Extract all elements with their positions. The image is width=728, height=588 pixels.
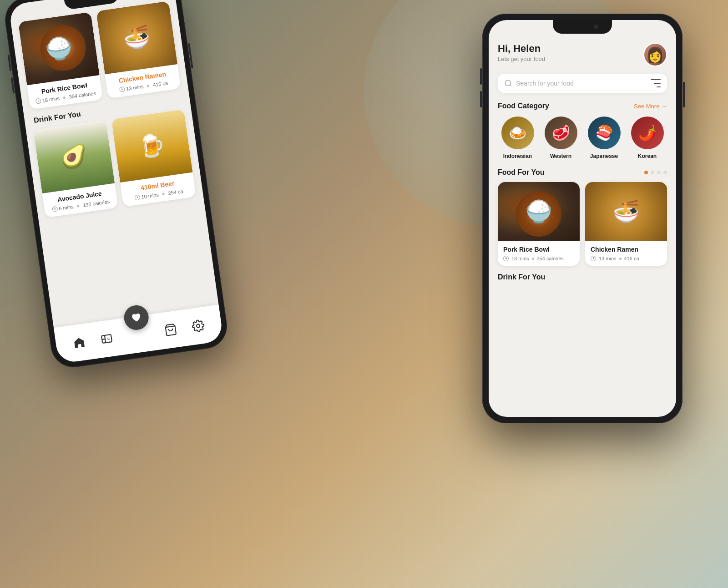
clock-icon-beer: [134, 194, 141, 201]
svg-line-4: [165, 326, 175, 327]
dot-3: [657, 171, 661, 174]
left-screen-content: Pork Rice Bowl 18 mins 354 calories: [8, 0, 204, 226]
dot-sep-avocado: [77, 204, 80, 207]
nav-center-placeholder: [126, 333, 151, 336]
svg-text:%: %: [107, 337, 111, 341]
right-food-cards: Pork Rice Bowl 18 mins 354 calories: [498, 182, 667, 266]
heart-icon: [131, 312, 142, 323]
notch-right: [553, 20, 612, 34]
search-bar[interactable]: Search for your food: [498, 74, 667, 93]
right-ramen-meta: 13 mins 416 ca: [591, 256, 662, 261]
top-food-grid: Pork Rice Bowl 18 mins 354 calories: [18, 1, 181, 110]
food-card-beer[interactable]: 410ml Beer 10 mins 254 ca: [111, 109, 196, 207]
right-ramen-image: [585, 182, 667, 241]
nav-coupon[interactable]: %: [98, 329, 116, 348]
beer-image: [111, 109, 193, 182]
pork-rice-image: [18, 12, 100, 85]
dots-indicator: [644, 171, 667, 174]
nav-cart[interactable]: [161, 320, 180, 339]
food-for-you-header: Food For You: [498, 168, 667, 177]
dot-sep-beer: [162, 193, 165, 195]
korean-circle: 🌶️: [631, 117, 664, 149]
phone-right-screen: Hi, Helen Lets get your food Search for …: [489, 20, 676, 417]
chicken-ramen-time: 13 mins: [119, 84, 144, 92]
right-pork-body: Pork Rice Bowl 18 mins 354 calories: [498, 241, 580, 266]
chicken-ramen-image: [96, 1, 177, 74]
avocado-image: [33, 120, 115, 193]
phone-left: Pork Rice Bowl 18 mins 354 calories: [2, 0, 230, 370]
right-food-card-pork[interactable]: Pork Rice Bowl 18 mins 354 calories: [498, 182, 580, 266]
drink-for-you-section: Drink For You: [498, 273, 667, 281]
avocado-time: 6 mins: [52, 204, 74, 212]
category-western[interactable]: 🥩 Western: [541, 117, 581, 159]
phone-left-screen: Pork Rice Bowl 18 mins 354 calories: [8, 0, 223, 364]
dot-1: [644, 171, 648, 174]
chicken-ramen-calories: 416 ca: [152, 80, 168, 87]
right-volume-up: [480, 68, 482, 85]
greeting-block: Hi, Helen Lets get your food: [498, 43, 643, 62]
clock-icon-ramen: [119, 86, 126, 93]
dot-separator: [63, 96, 66, 99]
filter-line-2: [654, 83, 661, 84]
phone-right: Hi, Helen Lets get your food Search for …: [482, 14, 682, 423]
svg-rect-0: [101, 335, 112, 343]
see-more-button[interactable]: See More →: [634, 103, 667, 110]
category-indonesian[interactable]: 🍛 Indonesian: [498, 117, 537, 159]
filter-icon[interactable]: [651, 79, 661, 87]
cart-icon: [163, 323, 178, 337]
right-header: Hi, Helen Lets get your food: [498, 43, 667, 66]
dot-sep-ramen: [147, 84, 150, 87]
food-card-pork-rice[interactable]: Pork Rice Bowl 18 mins 354 calories: [18, 12, 103, 110]
power-button: [188, 43, 193, 69]
chicken-ramen-mins: 13 mins: [126, 84, 144, 91]
svg-line-7: [510, 85, 511, 86]
search-placeholder-text: Search for your food: [516, 80, 651, 87]
right-food-card-ramen[interactable]: Chicken Ramen 13 mins 416 ca: [585, 182, 667, 266]
pork-rice-calories: 354 calories: [69, 91, 96, 100]
right-ramen-calories: 416 ca: [624, 256, 639, 261]
food-card-avocado[interactable]: Avocado Juice 6 mins 192 calories: [33, 120, 118, 218]
clock-icon-avocado: [52, 206, 58, 213]
svg-point-6: [505, 80, 511, 86]
right-power-button: [683, 82, 685, 107]
clock-icon-pork: [35, 98, 41, 104]
phone-left-frame: Pork Rice Bowl 18 mins 354 calories: [2, 0, 230, 370]
right-ramen-body: Chicken Ramen 13 mins 416 ca: [585, 241, 667, 266]
indonesian-label: Indonesian: [503, 153, 532, 159]
settings-icon: [191, 319, 206, 333]
front-camera: [594, 25, 598, 29]
right-ramen-mins: 13 mins: [599, 256, 617, 261]
right-pork-title: Pork Rice Bowl: [503, 246, 574, 253]
pork-rice-time: 18 mins: [35, 96, 60, 104]
svg-line-2: [102, 339, 106, 340]
coupon-icon: %: [100, 332, 114, 346]
food-category-header: Food Category See More →: [498, 102, 667, 110]
dot-2: [651, 171, 654, 174]
beer-mins: 10 mins: [141, 192, 159, 199]
user-avatar[interactable]: [643, 43, 667, 66]
search-icon: [504, 79, 512, 87]
category-japanese[interactable]: 🍣 Japanesse: [584, 117, 624, 159]
food-for-you-title: Food For You: [498, 168, 545, 177]
filter-line-1: [651, 79, 661, 80]
right-volume-down: [480, 91, 482, 107]
food-card-chicken-ramen[interactable]: Chicken Ramen 13 mins 416 ca: [96, 1, 181, 99]
nav-settings[interactable]: [189, 317, 207, 335]
right-pork-meta: 18 mins 354 calories: [503, 256, 574, 261]
western-circle: 🥩: [545, 117, 577, 149]
western-label: Western: [550, 153, 571, 159]
volume-up-button: [8, 55, 12, 71]
drink-for-you-title: Drink For You: [498, 273, 667, 281]
greeting-sub: Lets get your food: [498, 56, 643, 62]
clock-pork-right: [503, 256, 509, 261]
japanese-circle: 🍣: [588, 117, 621, 149]
greeting-text: Hi, Helen: [498, 43, 643, 55]
indonesian-circle: 🍛: [501, 117, 534, 149]
avocado-mins: 6 mins: [58, 204, 74, 211]
nav-home[interactable]: [70, 334, 89, 352]
dot-sep-right-ramen: [619, 258, 622, 260]
korean-label: Korean: [638, 153, 657, 159]
clock-ramen-right: [591, 256, 596, 261]
category-korean[interactable]: 🌶️ Korean: [627, 117, 667, 159]
phone-right-frame: Hi, Helen Lets get your food Search for …: [482, 14, 682, 423]
